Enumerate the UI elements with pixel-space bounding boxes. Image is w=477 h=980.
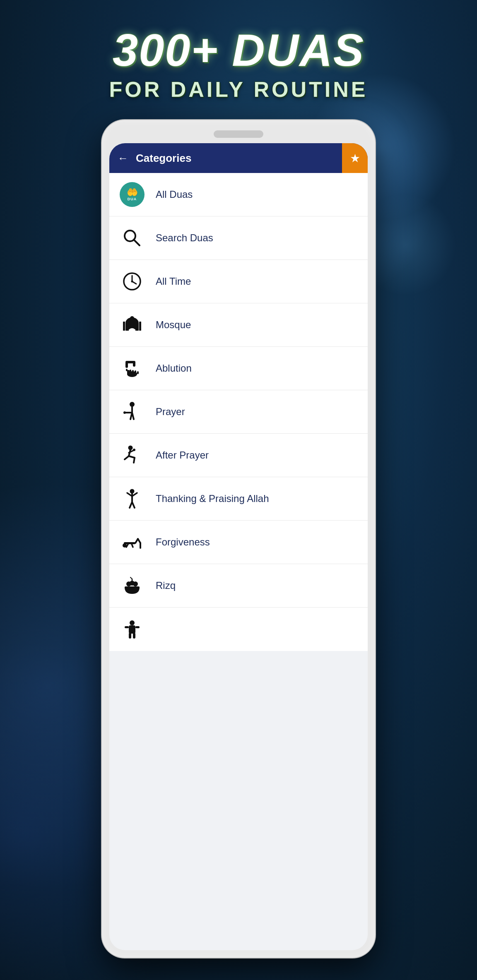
phone-notch xyxy=(214,130,263,138)
forgiveness-icon xyxy=(118,531,147,553)
category-item-after-prayer[interactable]: After Prayer xyxy=(109,434,368,477)
all-duas-label: All Duas xyxy=(156,189,193,200)
phone-screen: ← Categories ★ 🤲 DUA All Duas xyxy=(109,143,368,950)
svg-rect-61 xyxy=(129,633,131,639)
ablution-label: Ablution xyxy=(156,363,192,374)
category-item-thanking[interactable]: Thanking & Praising Allah xyxy=(109,477,368,521)
svg-rect-9 xyxy=(123,322,125,331)
svg-rect-14 xyxy=(133,361,135,367)
svg-rect-59 xyxy=(125,626,129,628)
category-item-prayer[interactable]: Prayer xyxy=(109,390,368,434)
app-header-title: Categories xyxy=(136,152,191,165)
bookmark-button[interactable]: ★ xyxy=(342,143,368,173)
all-time-label: All Time xyxy=(156,276,191,287)
svg-point-28 xyxy=(123,411,126,414)
svg-rect-51 xyxy=(125,586,140,588)
search-duas-icon xyxy=(118,227,147,249)
svg-rect-20 xyxy=(127,370,129,374)
svg-line-56 xyxy=(130,577,132,579)
svg-point-5 xyxy=(131,281,133,283)
prayer-icon xyxy=(118,401,147,423)
rizq-icon xyxy=(118,575,147,596)
svg-line-30 xyxy=(132,413,134,419)
svg-rect-21 xyxy=(130,370,131,374)
phone-frame: ← Categories ★ 🤲 DUA All Duas xyxy=(102,120,375,958)
after-prayer-icon xyxy=(118,444,147,466)
svg-rect-10 xyxy=(139,322,141,331)
svg-line-1 xyxy=(134,240,140,245)
svg-line-35 xyxy=(134,458,135,463)
category-item-forgiveness[interactable]: Forgiveness xyxy=(109,521,368,564)
prayer-label: Prayer xyxy=(156,406,185,418)
all-duas-icon: 🤲 DUA xyxy=(118,182,147,207)
main-title: 300+ DUAS xyxy=(0,25,477,75)
svg-rect-58 xyxy=(129,625,135,634)
category-item-search-duas[interactable]: Search Duas xyxy=(109,216,368,260)
ablution-icon xyxy=(118,358,147,379)
rizq-label: Rizq xyxy=(156,580,176,591)
bookmark-star-icon: ★ xyxy=(350,151,360,165)
all-time-icon xyxy=(118,271,147,292)
after-prayer-label: After Prayer xyxy=(156,449,209,461)
mosque-label: Mosque xyxy=(156,319,191,331)
svg-rect-60 xyxy=(135,626,140,628)
category-list: 🤲 DUA All Duas Search Duas xyxy=(109,173,368,651)
svg-rect-15 xyxy=(125,362,128,368)
category-item-rizq[interactable]: Rizq xyxy=(109,564,368,608)
category-item-mosque[interactable]: Mosque xyxy=(109,303,368,347)
svg-line-34 xyxy=(129,456,135,458)
app-header: ← Categories ★ xyxy=(109,143,368,173)
svg-rect-62 xyxy=(133,633,135,639)
search-duas-label: Search Duas xyxy=(156,232,213,244)
category-item-ablution[interactable]: Ablution xyxy=(109,347,368,390)
thanking-icon xyxy=(118,488,147,509)
category-item-all-duas[interactable]: 🤲 DUA All Duas xyxy=(109,173,368,216)
thanking-label: Thanking & Praising Allah xyxy=(156,493,269,504)
svg-rect-23 xyxy=(135,370,136,374)
svg-rect-24 xyxy=(137,371,139,374)
svg-rect-22 xyxy=(132,370,134,374)
svg-line-43 xyxy=(132,502,135,508)
svg-point-54 xyxy=(133,581,138,586)
category-item-all-time[interactable]: All Time xyxy=(109,260,368,303)
svg-point-37 xyxy=(133,449,135,451)
svg-rect-12 xyxy=(129,329,135,332)
back-button[interactable]: ← xyxy=(118,152,128,165)
subtitle: FOR DAILY ROUTINE xyxy=(0,77,477,102)
forgiveness-label: Forgiveness xyxy=(156,536,210,548)
svg-point-8 xyxy=(130,316,134,320)
category-item-last[interactable] xyxy=(109,608,368,651)
mosque-icon xyxy=(118,314,147,336)
svg-point-57 xyxy=(130,620,135,625)
last-icon xyxy=(118,619,147,640)
